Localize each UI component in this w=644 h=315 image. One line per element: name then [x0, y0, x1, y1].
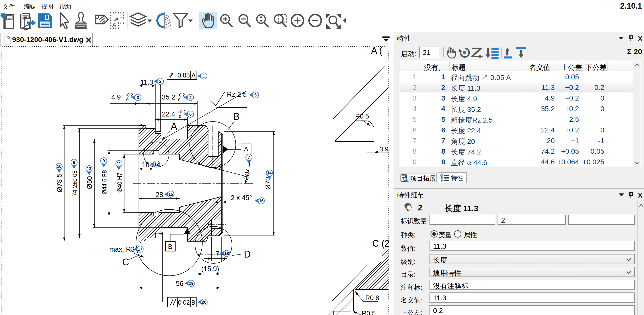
svg-text:Ø44 6 F8: Ø44 6 F8 [101, 170, 108, 194]
svg-text:-0: -0 [125, 98, 128, 102]
svg-text:R0 5: R0 5 [355, 112, 369, 120]
svg-text:+0.2: +0.2 [177, 93, 185, 97]
svg-text:9: 9 [103, 159, 105, 163]
svg-text:C: C [122, 257, 129, 267]
svg-text:4 9: 4 9 [111, 93, 121, 101]
svg-text:+0 2: +0 2 [125, 93, 133, 97]
svg-text:7: 7 [216, 250, 219, 258]
svg-text:11.3: 11.3 [140, 78, 153, 86]
svg-text:2: 2 [159, 79, 162, 84]
svg-text:20: 20 [202, 300, 206, 304]
svg-text:14: 14 [267, 171, 272, 175]
svg-text:B: B [233, 111, 240, 122]
svg-text:A (: A ( [371, 46, 382, 56]
svg-text:74.2±0 05: 74.2±0 05 [72, 170, 78, 196]
svg-text:Ø40 H7: Ø40 H7 [116, 172, 123, 192]
svg-text:56: 56 [176, 280, 183, 287]
svg-text:11: 11 [117, 162, 121, 166]
svg-text:10: 10 [142, 161, 149, 169]
svg-text:B: B [168, 243, 172, 250]
svg-text:16: 16 [259, 199, 264, 203]
svg-text:max. R3: max. R3 [109, 246, 135, 253]
svg-text:0 02: 0 02 [178, 299, 190, 306]
svg-text:Ø60: Ø60 [86, 176, 93, 189]
svg-text:C (2: C (2 [372, 238, 390, 249]
svg-text:8: 8 [73, 160, 75, 165]
svg-text:A: A [191, 72, 196, 79]
svg-text:20°: 20° [242, 168, 252, 181]
svg-text:A: A [112, 22, 116, 28]
svg-text:3: 3 [137, 95, 139, 100]
svg-text:Ø70: Ø70 [264, 177, 272, 190]
svg-text:A: A [244, 145, 248, 153]
svg-text:2 x 45°: 2 x 45° [231, 194, 252, 202]
svg-text:R0 5: R0 5 [362, 309, 376, 315]
svg-text:12: 12 [154, 162, 159, 166]
svg-text:B: B [191, 299, 195, 306]
svg-text:-0: -0 [177, 98, 180, 102]
svg-text:Rz 2 5: Rz 2 5 [227, 91, 247, 98]
svg-text:22.4: 22.4 [162, 110, 175, 118]
svg-text:15: 15 [168, 192, 173, 196]
svg-text:0.05: 0.05 [178, 72, 190, 79]
svg-text:A: A [171, 121, 177, 132]
svg-text:Ø78 5: Ø78 5 [56, 173, 63, 192]
svg-text:7: 7 [248, 155, 250, 160]
svg-text:R0 8: R0 8 [365, 294, 379, 302]
svg-text:6: 6 [189, 112, 192, 116]
svg-text:D: D [244, 249, 251, 260]
svg-text:(15.9): (15.9) [201, 265, 219, 273]
svg-text:1: 1 [119, 12, 122, 19]
svg-text:4: 4 [189, 95, 192, 100]
svg-text:3.9: 3.9 [379, 145, 389, 153]
svg-text:10: 10 [57, 164, 61, 169]
svg-text:1: 1 [203, 74, 205, 78]
svg-text:5: 5 [254, 93, 257, 97]
svg-text:19: 19 [189, 281, 194, 286]
svg-text:35 2: 35 2 [162, 93, 175, 101]
svg-text:28: 28 [156, 191, 163, 199]
svg-text:-0: -0 [178, 114, 181, 119]
svg-text:18: 18 [224, 251, 229, 256]
svg-text:+0 2: +0 2 [178, 110, 186, 114]
svg-text:17: 17 [138, 247, 142, 251]
svg-text:13: 13 [87, 167, 91, 171]
